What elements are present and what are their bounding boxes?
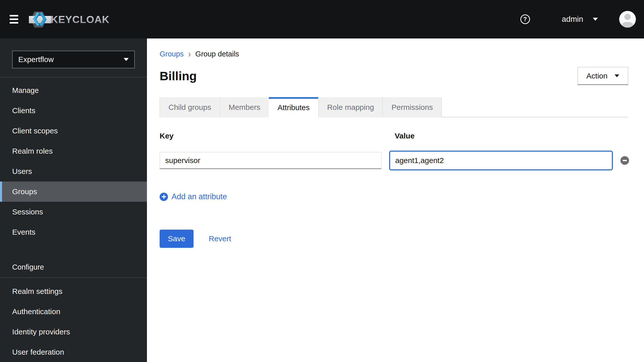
user-menu-label[interactable]: admin [562,15,583,24]
attributes-key-header: Key [160,132,382,140]
sidebar-item-user-federation[interactable]: User federation [0,342,147,362]
attribute-row [160,151,628,170]
attribute-key-input[interactable] [160,152,382,169]
realm-selector[interactable]: Expertflow [12,51,135,68]
help-icon[interactable]: ? [520,14,530,24]
breadcrumb-chevron-icon: › [188,49,191,59]
main-content: Groups › Group details Billing Action Ch… [147,38,644,362]
sidebar-divider [0,77,147,77]
save-button[interactable]: Save [160,230,194,248]
tab-members[interactable]: Members [220,97,269,117]
breadcrumb-current: Group details [195,50,239,58]
tab-role-mapping[interactable]: Role mapping [318,97,383,117]
tab-child-groups[interactable]: Child groups [160,97,220,117]
revert-link[interactable]: Revert [209,234,231,243]
action-caret-down-icon [615,74,619,77]
user-caret-down-icon[interactable] [593,18,598,21]
add-attribute-label: Add an attribute [172,192,227,201]
sidebar-item-identity-providers[interactable]: Identity providers [0,322,147,342]
masthead: KEYCLOAK ? admin [0,0,644,38]
keycloak-logo: KEYCLOAK [29,9,112,30]
add-attribute-link[interactable]: Add an attribute [160,192,227,201]
tab-bar: Child groups Members Attributes Role map… [160,97,628,117]
sidebar-nav: Expertflow Manage Clients Client scopes … [0,38,147,362]
attribute-value-input[interactable] [389,151,613,170]
tab-attributes[interactable]: Attributes [269,97,318,118]
hamburger-menu-icon[interactable] [10,15,18,24]
sidebar-item-clients[interactable]: Clients [0,100,147,121]
sidebar-item-client-scopes[interactable]: Client scopes [0,121,147,141]
action-dropdown-label: Action [586,72,608,80]
page-title: Billing [160,69,197,83]
sidebar-item-groups[interactable]: Groups [0,182,147,202]
tab-permissions[interactable]: Permissions [383,97,442,117]
keycloak-logo-icon: KEYCLOAK [29,9,112,30]
sidebar-divider [0,277,147,278]
realm-selector-value: Expertflow [18,55,54,64]
realm-caret-down-icon [124,58,129,61]
avatar-body-icon [622,22,633,28]
nav-section-configure: Configure [0,258,147,276]
attributes-value-header: Value [389,132,613,140]
remove-attribute-minus-icon[interactable] [620,156,629,165]
sidebar-item-realm-settings[interactable]: Realm settings [0,281,147,301]
plus-circle-icon [160,193,168,201]
breadcrumb-groups-link[interactable]: Groups [160,50,184,58]
action-dropdown-button[interactable]: Action [577,67,628,85]
avatar[interactable] [619,11,636,28]
sidebar-item-sessions[interactable]: Sessions [0,202,147,222]
sidebar-item-events[interactable]: Events [0,222,147,242]
sidebar-item-users[interactable]: Users [0,161,147,182]
sidebar-item-authentication[interactable]: Authentication [0,301,147,322]
avatar-head-icon [624,14,631,20]
breadcrumb: Groups › Group details [160,50,628,58]
sidebar-item-realm-roles[interactable]: Realm roles [0,141,147,161]
nav-section-manage: Manage [0,80,147,100]
brand-wordmark: KEYCLOAK [51,14,109,25]
